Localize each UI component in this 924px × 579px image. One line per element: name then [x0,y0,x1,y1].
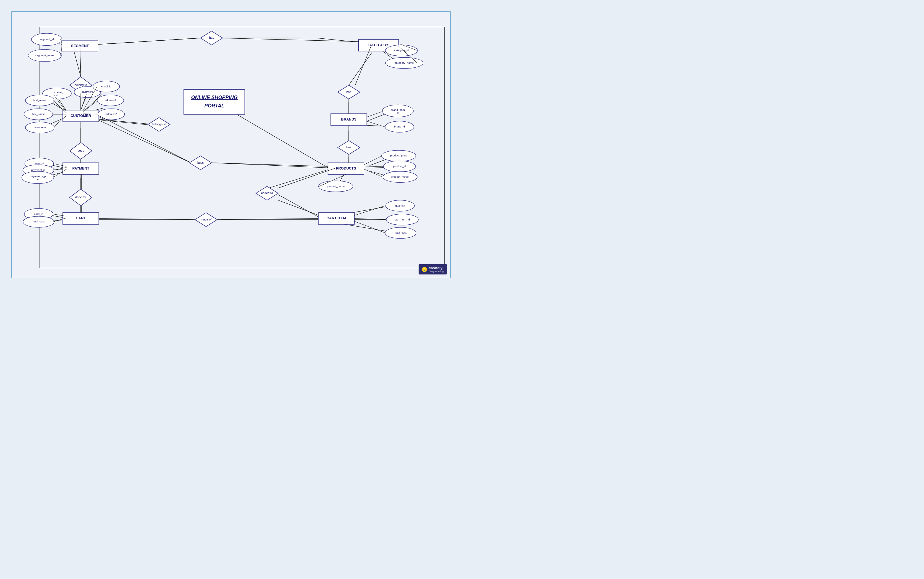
svg-line-116 [364,156,382,165]
attr-category-id: category_id [394,49,408,52]
attr-total-cost-item: total_cost [395,231,406,234]
attr-amount: amount [34,162,44,165]
entity-category: CATEGORY [369,43,389,47]
creately-badge: 💡 creately Diagramming [419,264,447,275]
svg-line-143 [99,116,190,162]
attr-segment-id: segment_id [39,38,54,41]
svg-line-126 [98,38,201,44]
creately-sub: Diagramming [429,270,444,273]
svg-line-142 [278,200,319,216]
svg-text:belong to: belong to [75,83,87,87]
attr-product-id: product_id [393,165,406,168]
entity-customer: CUSTOMER [70,114,91,118]
entity-cart: CART [76,216,86,220]
svg-line-114 [354,219,386,220]
attr-payment-id: payment_id [31,168,46,172]
attr-payment-type: e [37,178,39,181]
main-title-line2: PORTAL [204,103,224,109]
creately-brand: creately [429,266,442,270]
attr-first-name: first_name [32,113,45,116]
attr-category-name: category_name [395,61,414,64]
svg-text:does: does [77,149,84,152]
svg-line-128 [355,46,371,85]
attr-last-name: last_name [33,98,46,101]
svg-line-140 [217,219,318,220]
attr-quantity: quantity [395,204,405,207]
entity-products: PRODUCTS [336,166,356,170]
attr-total-cost-cart: total_cost [33,220,45,223]
attr-username: username [34,126,46,129]
svg-rect-58 [184,89,245,114]
svg-text:buys: buys [198,161,204,164]
attr-address2: address2 [106,113,117,116]
svg-line-101 [53,100,67,113]
svg-line-132 [99,119,149,124]
attr-email-id: email_id [101,85,111,88]
entity-cart-item: CART ITEM [327,216,346,220]
attr-address1: address1 [104,98,116,101]
attr-product-name: product_name [327,185,345,188]
entity-brands: BRANDS [341,117,357,121]
entity-payment: PAYMENT [72,166,89,170]
svg-line-118 [364,169,382,177]
svg-line-139 [99,219,195,220]
attr-product-model: product_model [391,175,410,178]
attr-product-price: product_price [390,154,407,157]
svg-text:has: has [346,146,351,149]
svg-line-117 [364,167,383,167]
diagram-canvas: SEGMENT CUSTOMER PAYMENT CART CART ITEM … [11,11,451,278]
svg-line-121 [367,121,385,127]
svg-line-127 [222,38,359,42]
svg-text:made of: made of [201,218,212,221]
svg-line-113 [354,206,385,216]
svg-line-120 [367,111,382,117]
attr-cart-item-id: cart_item_id [395,218,410,221]
svg-text:has: has [209,36,214,39]
attr-customer-id: id [56,93,58,96]
svg-line-115 [354,221,385,233]
svg-text:done for: done for [75,195,86,199]
attr-segment-name: segment_name [35,54,55,57]
attr-brand-id: brand_id [394,125,405,128]
attr-card-id: card_id [34,213,43,216]
creately-icon: 💡 [422,267,427,272]
svg-text:added to: added to [261,191,273,195]
main-title-line1: ONLINE SHOPPING [191,95,238,100]
svg-text:belongs to: belongs to [152,123,166,126]
svg-text:has: has [346,90,351,93]
attr-brand-name: e [397,111,399,114]
svg-line-144 [211,163,328,167]
attr-password: password [82,90,93,93]
